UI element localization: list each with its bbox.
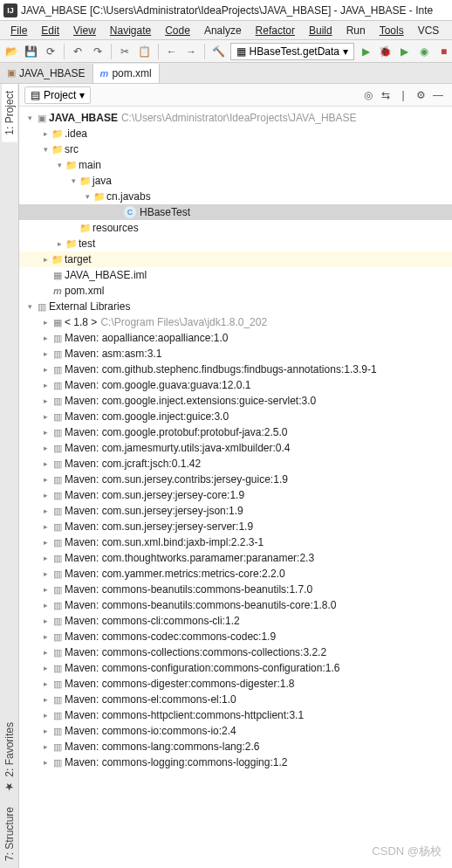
tab-java-hbase[interactable]: ▣ JAVA_HBASE <box>0 64 93 83</box>
tree-row-pom[interactable]: mpom.xml <box>19 283 452 299</box>
menu-navigate[interactable]: Navigate <box>105 23 156 38</box>
expand-arrow-icon[interactable]: ▸ <box>40 632 51 641</box>
debug-icon[interactable]: 🐞 <box>377 43 393 60</box>
refresh-icon[interactable]: ⟳ <box>43 43 58 60</box>
tree-row-idea[interactable]: ▸📁.idea <box>19 126 452 141</box>
expand-arrow-icon[interactable]: ▸ <box>40 742 51 751</box>
menu-run[interactable]: Run <box>341 23 371 38</box>
expand-arrow-icon[interactable]: ▾ <box>40 145 51 154</box>
run-config-selector[interactable]: ▦ HBaseTest.getData ▾ <box>230 43 354 60</box>
menu-code[interactable]: Code <box>160 23 195 38</box>
menu-build[interactable]: Build <box>304 23 338 38</box>
tree-row-lib[interactable]: ▸▥Maven: commons-lang:commons-lang:2.6 <box>19 739 452 754</box>
tree-row-test[interactable]: ▸📁test <box>19 236 452 251</box>
expand-arrow-icon[interactable]: ▸ <box>40 396 51 405</box>
tree-row-target[interactable]: ▸📁target <box>19 251 452 267</box>
copy-icon[interactable]: 📋 <box>136 43 152 60</box>
coverage-icon[interactable]: ▶ <box>397 43 413 60</box>
expand-arrow-icon[interactable]: ▸ <box>40 711 51 720</box>
tree-row-package[interactable]: ▾📁cn.javabs <box>19 189 452 204</box>
expand-arrow-icon[interactable]: ▸ <box>40 664 51 672</box>
tree-row-lib[interactable]: ▸▥Maven: com.google.inject.extensions:gu… <box>19 393 452 409</box>
menu-view[interactable]: View <box>68 23 101 38</box>
tree-row-lib[interactable]: ▸▥Maven: com.google.inject:guice:3.0 <box>19 409 452 424</box>
expand-arrow-icon[interactable]: ▸ <box>40 381 51 389</box>
redo-icon[interactable]: ↷ <box>89 43 105 60</box>
tree-row-lib[interactable]: ▸▥Maven: commons-io:commons-io:2.4 <box>19 723 452 739</box>
expand-arrow-icon[interactable]: ▸ <box>54 239 65 248</box>
gutter-project[interactable]: 1: Project <box>2 84 17 142</box>
forward-icon[interactable]: → <box>183 43 199 60</box>
expand-arrow-icon[interactable]: ▸ <box>40 758 51 767</box>
menu-analyze[interactable]: Analyze <box>199 23 247 38</box>
expand-arrow-icon[interactable]: ▸ <box>40 679 51 688</box>
tree-row-resources[interactable]: 📁resources <box>19 220 452 236</box>
menu-file[interactable]: File <box>5 23 32 38</box>
menu-vcs[interactable]: VCS <box>413 23 445 38</box>
tree-row-lib[interactable]: ▸▥Maven: commons-codec:commons-codec:1.9 <box>19 629 452 644</box>
tree-row-lib[interactable]: ▸▥Maven: com.sun.jersey:jersey-core:1.9 <box>19 487 452 503</box>
expand-arrow-icon[interactable]: ▸ <box>40 318 51 327</box>
menu-edit[interactable]: Edit <box>36 23 65 38</box>
undo-icon[interactable]: ↶ <box>70 43 86 60</box>
expand-arrow-icon[interactable]: ▸ <box>40 727 51 735</box>
tree-row-external-libs[interactable]: ▾▥External Libraries <box>19 299 452 314</box>
tab-pom-xml[interactable]: m pom.xml <box>93 64 160 83</box>
tree-row-jdk[interactable]: ▸▦< 1.8 >C:\Program Files\Java\jdk1.8.0_… <box>19 314 452 330</box>
expand-arrow-icon[interactable]: ▸ <box>40 648 51 657</box>
expand-arrow-icon[interactable]: ▸ <box>40 255 51 264</box>
tree-row-class[interactable]: CHBaseTest <box>19 204 452 220</box>
expand-arrow-icon[interactable]: ▸ <box>40 585 51 594</box>
tree-row-lib[interactable]: ▸▥Maven: com.jamesmurty.utils:java-xmlbu… <box>19 440 452 456</box>
tree-row-main[interactable]: ▾📁main <box>19 157 452 173</box>
tree-row-lib[interactable]: ▸▥Maven: commons-el:commons-el:1.0 <box>19 692 452 707</box>
menu-window[interactable]: Wind <box>448 23 452 38</box>
expand-arrow-icon[interactable]: ▸ <box>40 428 51 437</box>
expand-arrow-icon[interactable]: ▸ <box>40 491 51 499</box>
tree-row-lib[interactable]: ▸▥Maven: com.sun.xml.bind:jaxb-impl:2.2.… <box>19 534 452 550</box>
tree-row-lib[interactable]: ▸▥Maven: commons-cli:commons-cli:1.2 <box>19 613 452 629</box>
expand-arrow-icon[interactable]: ▸ <box>40 475 51 484</box>
tree-row-src[interactable]: ▾📁src <box>19 141 452 157</box>
expand-arrow-icon[interactable]: ▸ <box>40 695 51 704</box>
run-icon[interactable]: ▶ <box>358 43 373 60</box>
gutter-favorites[interactable]: ★2: Favorites <box>2 715 17 800</box>
back-icon[interactable]: ← <box>164 43 180 60</box>
expand-arrow-icon[interactable]: ▾ <box>24 114 35 122</box>
expand-arrow-icon[interactable]: ▸ <box>40 601 51 610</box>
tree-row-lib[interactable]: ▸▥Maven: asm:asm:3.1 <box>19 346 452 362</box>
tree-row-lib[interactable]: ▸▥Maven: com.github.stephenc.findbugs:fi… <box>19 362 452 377</box>
view-selector[interactable]: ▤ Project ▾ <box>24 86 91 104</box>
tree-row-lib[interactable]: ▸▥Maven: commons-collections:commons-col… <box>19 644 452 660</box>
tree-row-lib[interactable]: ▸▥Maven: commons-beanutils:commons-beanu… <box>19 582 452 597</box>
profile-icon[interactable]: ◉ <box>416 43 432 60</box>
expand-arrow-icon[interactable]: ▸ <box>40 538 51 547</box>
collapse-icon[interactable]: ⇆ <box>377 89 394 101</box>
expand-arrow-icon[interactable]: ▸ <box>40 522 51 531</box>
tree-row-lib[interactable]: ▸▥Maven: com.jcraft:jsch:0.1.42 <box>19 456 452 472</box>
project-tree[interactable]: ▾ ▣ JAVA_HBASE C:\Users\Administrator\Id… <box>19 107 452 868</box>
tree-row-root[interactable]: ▾ ▣ JAVA_HBASE C:\Users\Administrator\Id… <box>19 110 452 126</box>
cut-icon[interactable]: ✂ <box>117 43 133 60</box>
tree-row-lib[interactable]: ▸▥Maven: aopalliance:aopalliance:1.0 <box>19 330 452 346</box>
tree-row-lib[interactable]: ▸▥Maven: commons-httpclient:commons-http… <box>19 707 452 723</box>
open-icon[interactable]: 📂 <box>3 43 19 60</box>
tree-row-lib[interactable]: ▸▥Maven: commons-beanutils:commons-beanu… <box>19 597 452 613</box>
expand-arrow-icon[interactable]: ▸ <box>40 554 51 562</box>
menu-refactor[interactable]: Refactor <box>250 23 300 38</box>
target-icon[interactable]: ◎ <box>360 89 377 101</box>
expand-arrow-icon[interactable]: ▸ <box>40 459 51 468</box>
tree-row-java[interactable]: ▾📁java <box>19 173 452 189</box>
menu-tools[interactable]: Tools <box>374 23 409 38</box>
tree-row-lib[interactable]: ▸▥Maven: com.sun.jersey.contribs:jersey-… <box>19 472 452 487</box>
expand-arrow-icon[interactable]: ▸ <box>40 569 51 578</box>
expand-arrow-icon[interactable]: ▸ <box>40 365 51 374</box>
tree-row-lib[interactable]: ▸▥Maven: commons-digester:commons-digest… <box>19 676 452 692</box>
tree-row-lib[interactable]: ▸▥Maven: com.google.guava:guava:12.0.1 <box>19 377 452 393</box>
expand-arrow-icon[interactable]: ▸ <box>40 129 51 138</box>
tree-row-iml[interactable]: ▦JAVA_HBASE.iml <box>19 267 452 283</box>
tree-row-lib[interactable]: ▸▥Maven: com.sun.jersey:jersey-server:1.… <box>19 519 452 534</box>
make-icon[interactable]: 🔨 <box>210 43 226 60</box>
expand-arrow-icon[interactable]: ▸ <box>40 444 51 452</box>
expand-arrow-icon[interactable]: ▸ <box>40 506 51 515</box>
